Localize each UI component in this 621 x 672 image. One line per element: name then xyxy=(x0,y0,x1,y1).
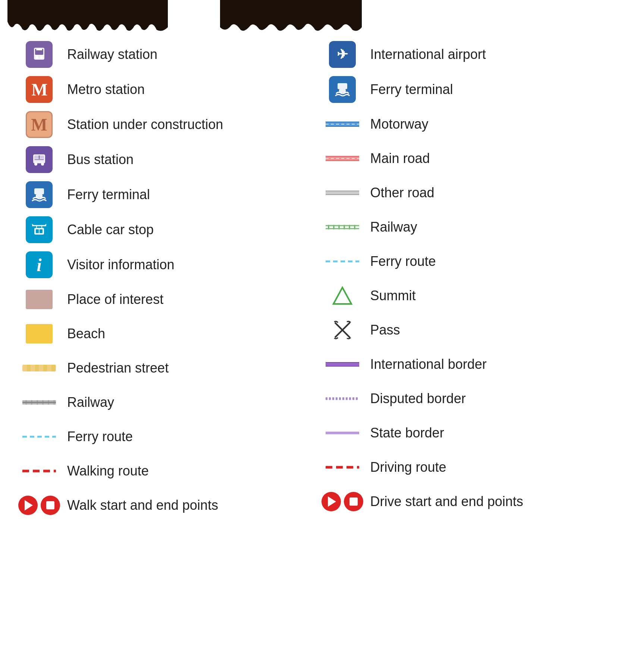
svg-rect-19 xyxy=(36,229,39,233)
list-item: Drive start and end points xyxy=(326,489,599,515)
walk-start-end-label: Walk start and end points xyxy=(67,497,218,513)
driving-route-icon xyxy=(326,465,359,470)
list-item: International border xyxy=(326,351,599,377)
list-item: Beach xyxy=(22,321,296,347)
state-border-label: State border xyxy=(370,425,444,441)
ferry-route-r-label: Ferry route xyxy=(370,253,436,269)
list-item: Pedestrian street xyxy=(22,355,296,381)
summit-label: Summit xyxy=(370,288,416,304)
main-road-label: Main road xyxy=(370,150,430,166)
svg-point-3 xyxy=(40,56,43,59)
metro-station-icon: M xyxy=(22,76,56,103)
pass-icon xyxy=(326,319,359,341)
list-item: M Station under construction xyxy=(22,111,296,138)
svg-rect-10 xyxy=(34,156,39,159)
motorway-label: Motorway xyxy=(370,116,429,132)
list-item: i Visitor information xyxy=(22,251,296,278)
visitor-info-icon: i xyxy=(22,251,56,278)
list-item: Walking route xyxy=(22,458,296,484)
walking-route-label: Walking route xyxy=(67,463,149,479)
list-item: Railway station xyxy=(22,41,296,68)
state-border-icon xyxy=(326,430,359,436)
railway-line-icon xyxy=(22,398,56,407)
cable-car-icon xyxy=(22,216,56,243)
svg-rect-12 xyxy=(33,159,45,160)
cable-car-label: Cable car stop xyxy=(67,222,154,238)
list-item: ✈ International airport xyxy=(326,41,599,68)
pass-label: Pass xyxy=(370,322,400,338)
stop-icon xyxy=(41,496,60,515)
list-item: Cable car stop xyxy=(22,216,296,243)
list-item: Ferry route xyxy=(22,424,296,450)
svg-rect-60 xyxy=(326,362,359,366)
pedestrian-street-icon xyxy=(22,365,56,371)
right-legend-column: ✈ International airport Ferry terminal xyxy=(311,41,614,527)
list-item: Railway xyxy=(22,389,296,415)
railway-r-label: Railway xyxy=(370,219,417,235)
other-road-label: Other road xyxy=(370,185,435,201)
intl-airport-icon: ✈ xyxy=(326,41,359,68)
walk-start-end-icon xyxy=(22,496,56,515)
left-legend-column: Railway station M Metro station M Statio… xyxy=(7,41,311,527)
list-item: Pass xyxy=(326,317,599,343)
railway-line-label: Railway xyxy=(67,394,114,410)
play-icon xyxy=(18,496,38,515)
railway-r-icon xyxy=(326,223,359,232)
station-construction-label: Station under construction xyxy=(67,116,223,132)
drive-stop-icon xyxy=(344,492,363,511)
ferry-route-icon xyxy=(22,434,56,439)
place-interest-label: Place of interest xyxy=(67,291,163,307)
place-interest-icon xyxy=(22,290,56,309)
list-item: Ferry route xyxy=(326,248,599,274)
list-item: Ferry terminal xyxy=(22,181,296,208)
svg-rect-4 xyxy=(36,49,42,50)
list-item: Place of interest xyxy=(22,286,296,313)
summit-icon xyxy=(326,285,359,307)
svg-rect-36 xyxy=(338,83,347,89)
list-item: State border xyxy=(326,420,599,446)
drive-play-icon xyxy=(322,492,341,511)
ferry-terminal-icon xyxy=(22,181,56,208)
svg-rect-46 xyxy=(326,191,359,195)
ferry-terminal-r-label: Ferry terminal xyxy=(370,81,453,97)
bus-station-label: Bus station xyxy=(67,151,134,167)
svg-point-2 xyxy=(35,56,38,59)
other-road-icon xyxy=(326,189,359,197)
ferry-terminal-label: Ferry terminal xyxy=(67,186,150,202)
list-item: Driving route xyxy=(326,454,599,480)
beach-icon xyxy=(22,324,56,343)
list-item: Bus station xyxy=(22,146,296,173)
list-item: Disputed border xyxy=(326,386,599,412)
svg-rect-13 xyxy=(34,188,44,194)
list-item: Ferry terminal xyxy=(326,76,599,103)
svg-rect-11 xyxy=(40,156,44,159)
metro-station-label: Metro station xyxy=(67,81,145,97)
walking-route-icon xyxy=(22,468,56,474)
list-item: Summit xyxy=(326,283,599,309)
railway-station-icon xyxy=(22,41,56,68)
intl-border-label: International border xyxy=(370,356,487,372)
disputed-border-icon xyxy=(326,396,359,401)
list-item: Walk start and end points xyxy=(22,492,296,518)
ferry-route-label: Ferry route xyxy=(67,428,133,445)
driving-route-label: Driving route xyxy=(370,459,446,475)
ferry-route-r-icon xyxy=(326,259,359,264)
disputed-border-label: Disputed border xyxy=(370,390,466,406)
drive-start-end-label: Drive start and end points xyxy=(370,493,523,509)
bus-station-icon xyxy=(22,146,56,173)
visitor-info-label: Visitor information xyxy=(67,257,174,273)
intl-airport-label: International airport xyxy=(370,46,486,62)
railway-station-label: Railway station xyxy=(67,46,157,62)
beach-label: Beach xyxy=(67,326,105,342)
list-item: Other road xyxy=(326,180,599,206)
svg-point-8 xyxy=(34,163,37,166)
list-item: Motorway xyxy=(326,111,599,137)
svg-rect-18 xyxy=(34,228,44,235)
svg-text:✈: ✈ xyxy=(337,47,348,62)
list-item: Railway xyxy=(326,214,599,240)
ferry-terminal-r-icon xyxy=(326,76,359,103)
pedestrian-street-label: Pedestrian street xyxy=(67,360,169,376)
main-road-icon xyxy=(326,155,359,162)
intl-border-icon xyxy=(326,361,359,368)
svg-point-9 xyxy=(41,163,44,166)
